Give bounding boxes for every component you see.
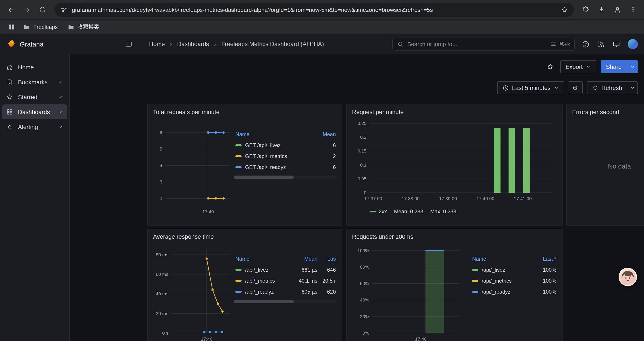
chevron-down-icon[interactable]: [58, 94, 63, 100]
share-menu-caret[interactable]: [627, 60, 638, 73]
extensions-icon[interactable]: [578, 2, 593, 17]
floating-assistant-avatar[interactable]: [618, 268, 637, 286]
reload-button[interactable]: [35, 2, 50, 17]
legend-row[interactable]: /api/_livez 661 µs 646: [234, 264, 338, 275]
panel-title[interactable]: Request per minute: [351, 108, 558, 119]
search-input[interactable]: [407, 41, 547, 47]
grafana-app: Grafana Home Dashboards Freeleaps Metric…: [0, 34, 644, 341]
grafana-logo: [6, 40, 15, 49]
legend-col-mean[interactable]: Mean: [311, 131, 336, 137]
sidebar-item-alerting[interactable]: Alerting: [2, 119, 67, 134]
svg-text:17:38:00: 17:38:00: [402, 196, 420, 201]
legend-col-name[interactable]: Name: [472, 256, 532, 262]
zoom-out-button[interactable]: [568, 81, 582, 94]
legend-col-mean[interactable]: Mean: [290, 256, 318, 262]
panel-title[interactable]: Errors per second: [571, 108, 644, 119]
sidebar-item-dashboards[interactable]: Dashboards: [2, 104, 67, 119]
svg-text:17:40:00: 17:40:00: [476, 196, 494, 201]
legend-col-last[interactable]: Las: [318, 256, 336, 262]
chevron-down-icon[interactable]: [58, 79, 63, 85]
grafana-header: Grafana Home Dashboards Freeleaps Metric…: [0, 34, 644, 55]
legend-row[interactable]: GET /api/_livez 6: [234, 140, 338, 151]
news-rss-icon[interactable]: [597, 40, 605, 48]
line-chart[interactable]: 6543217:40: [152, 119, 234, 217]
chevron-down-icon[interactable]: [58, 109, 63, 115]
sidebar-item-starred[interactable]: Starred: [2, 90, 67, 104]
series-color-swatch: [236, 144, 242, 146]
time-range-picker[interactable]: Last 5 minutes: [497, 81, 564, 94]
avatar-face: [620, 269, 636, 285]
nav-sidebar: Home Bookmarks Starred Dashboards: [0, 55, 70, 341]
folder-icon: [23, 24, 30, 31]
panel-title[interactable]: Average response time: [152, 233, 338, 244]
legend-row[interactable]: GET /api/_metrics 2: [234, 151, 338, 162]
grafana-brand[interactable]: Grafana: [6, 40, 44, 49]
svg-text:17:41:00: 17:41:00: [514, 196, 532, 201]
legend-scrollbar[interactable]: [234, 300, 338, 303]
scrollbar-thumb[interactable]: [234, 300, 294, 303]
chart-legend: 2xx Mean: 0.233 Max: 0.233: [351, 208, 558, 215]
help-icon[interactable]: ?: [582, 40, 590, 48]
profile-icon[interactable]: [610, 2, 625, 17]
panel-title[interactable]: Total requests per minute: [152, 108, 338, 119]
series-color-swatch: [472, 280, 478, 281]
svg-text:2: 2: [160, 196, 162, 201]
star-icon: [6, 94, 13, 101]
breadcrumb-home[interactable]: Home: [149, 41, 165, 47]
series-color-swatch: [370, 211, 376, 212]
bookmark-star-icon[interactable]: [561, 6, 568, 14]
address-bar[interactable]: grafana.mathmast.com/d/deytv4rwavabkb/fr…: [54, 3, 574, 17]
sidebar-item-home[interactable]: Home: [2, 60, 67, 75]
sidebar-item-bookmarks[interactable]: Bookmarks: [2, 75, 67, 90]
legend-row[interactable]: GET /api/_readyz 6: [234, 162, 338, 172]
legend-mean: Mean: 0.233: [394, 208, 423, 215]
url-text[interactable]: grafana.mathmast.com/d/deytv4rwavabkb/fr…: [72, 6, 556, 13]
legend-item[interactable]: 2xx: [370, 208, 387, 215]
brand-text: Grafana: [20, 40, 44, 48]
refresh-interval-caret[interactable]: [627, 82, 638, 94]
downloads-icon[interactable]: [594, 2, 609, 17]
legend-col-last[interactable]: Last *: [532, 256, 556, 262]
svg-text:17:37:00: 17:37:00: [364, 196, 382, 201]
legend-row[interactable]: /api/_livez 100%: [470, 264, 558, 275]
site-info-icon[interactable]: [60, 6, 68, 14]
panel-title[interactable]: Requests under 100ms: [351, 233, 558, 244]
bar-chart[interactable]: 100%80%60%40%20%0%17:40: [351, 244, 465, 341]
breadcrumb-dashboards[interactable]: Dashboards: [177, 41, 209, 47]
legend-scrollbar[interactable]: [234, 176, 338, 179]
svg-text:17:40: 17:40: [201, 336, 212, 341]
user-avatar[interactable]: [628, 39, 638, 49]
share-button[interactable]: Share: [600, 60, 627, 73]
legend-col-name[interactable]: Name: [236, 256, 290, 262]
browser-menu-icon[interactable]: [626, 2, 640, 17]
favorite-star-icon[interactable]: [546, 63, 554, 71]
monitor-icon[interactable]: [612, 40, 620, 48]
line-chart[interactable]: 80 ms60 ms40 ms20 ms0 s17:40: [152, 244, 234, 341]
no-data-message: No data: [571, 119, 644, 213]
back-button[interactable]: [4, 2, 18, 17]
legend-row[interactable]: /api/_metrics 40.1 ms 20.5 r: [234, 275, 338, 286]
export-button[interactable]: Export: [560, 60, 596, 73]
legend-col-name[interactable]: Name: [236, 131, 311, 137]
legend-table: Name Last * /api/_livez 100% /api/_metri…: [470, 244, 558, 341]
refresh-button[interactable]: Refresh: [587, 82, 627, 94]
apps-grid-icon[interactable]: [5, 21, 18, 33]
time-controls: Last 5 minutes Refresh: [70, 73, 644, 94]
search-icon: [397, 41, 404, 47]
forward-button[interactable]: [19, 2, 34, 17]
legend-row[interactable]: /api/_readyz 605 µs 620: [234, 286, 338, 297]
bookmark-folder-freeleaps[interactable]: Freeleaps: [19, 22, 62, 32]
series-color-swatch: [472, 291, 478, 292]
search-box[interactable]: ⌘+k: [392, 38, 575, 51]
dock-menu-toggle-icon[interactable]: [125, 40, 132, 48]
svg-text:17:40: 17:40: [202, 209, 214, 214]
svg-text:40%: 40%: [360, 297, 369, 302]
home-icon: [6, 64, 13, 71]
bar-chart[interactable]: 0.250.20.150.10.05017:37:0017:38:0017:39…: [351, 119, 557, 203]
chevron-down-icon[interactable]: [58, 124, 63, 130]
legend-row[interactable]: /api/_readyz 100%: [470, 286, 558, 297]
bookmark-folder-blogs[interactable]: 收藏博客: [63, 22, 103, 33]
legend-row[interactable]: /api/_metrics 100%: [470, 275, 558, 286]
dashboards-grid-icon: [6, 108, 13, 115]
scrollbar-thumb[interactable]: [234, 176, 294, 179]
